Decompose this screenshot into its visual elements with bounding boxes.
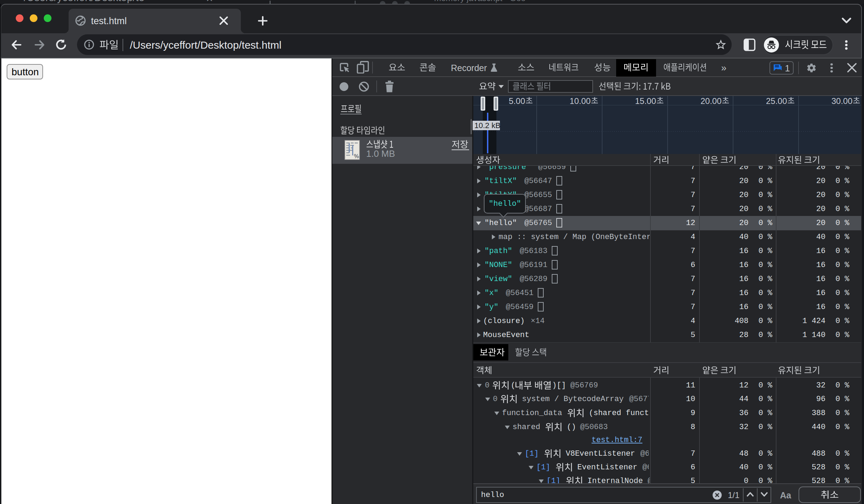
svg-text:%: % — [354, 153, 359, 159]
